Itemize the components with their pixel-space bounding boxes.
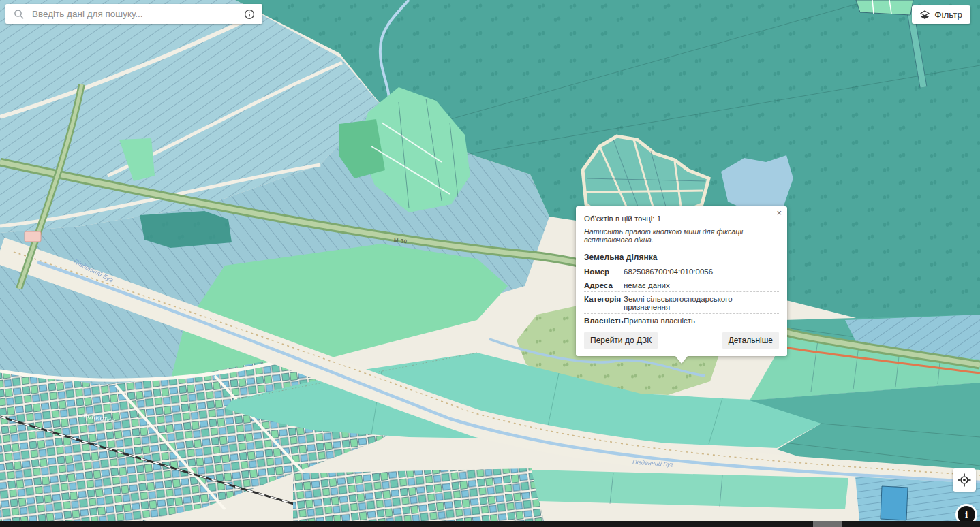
popup-section-title: Земельна ділянка <box>584 253 779 262</box>
popup-row-category: Категорія Землі сільськогосподарського п… <box>584 292 779 314</box>
dark-grove <box>140 211 232 248</box>
popup-row-ownership-value: Приватна власність <box>624 317 779 325</box>
popup-row-address-value: немає даних <box>624 281 779 289</box>
parcel-popup: × Об'єктів в цій точці: 1 Натисніть прав… <box>576 206 787 356</box>
search-info-button[interactable] <box>236 4 262 24</box>
filter-button-label: Фільтр <box>934 10 962 20</box>
popup-row-number-label: Номер <box>584 268 624 276</box>
popup-close-button[interactable]: × <box>776 208 782 217</box>
info-icon <box>244 9 255 20</box>
search-input[interactable] <box>25 9 236 19</box>
popup-hint: Натисніть правою кнопкою миші для фіксац… <box>584 227 779 244</box>
popup-objects-count: Об'єктів в цій точці: 1 <box>584 214 779 223</box>
popup-row-address-label: Адреса <box>584 281 624 289</box>
goto-dzk-button[interactable]: Перейти до ДЗК <box>584 332 658 349</box>
popup-row-ownership-label: Власність <box>584 317 624 325</box>
map-canvas[interactable]: М 30 Копистин Південний Буг Південний Бу… <box>0 0 980 527</box>
popup-actions: Перейти до ДЗК Детальніше <box>584 332 779 349</box>
bottom-bar <box>0 521 980 527</box>
details-button[interactable]: Детальніше <box>722 332 779 349</box>
popup-row-number-value: 6825086700:04:010:0056 <box>624 268 779 276</box>
layers-icon <box>920 10 930 20</box>
popup-row-address: Адреса немає даних <box>584 278 779 292</box>
crosshair-icon <box>958 473 971 487</box>
popup-arrow <box>675 356 688 364</box>
popup-row-category-value: Землі сільськогосподарського призначення <box>624 295 779 311</box>
popup-row-category-label: Категорія <box>584 295 624 303</box>
geolocate-button[interactable] <box>953 468 976 492</box>
popup-row-number: Номер 6825086700:04:010:0056 <box>584 265 779 278</box>
bottom-bar-thumb[interactable] <box>813 521 842 527</box>
popup-row-ownership: Власність Приватна власність <box>584 314 779 327</box>
filter-button[interactable]: Фільтр <box>912 5 970 24</box>
search-icon <box>14 9 25 20</box>
search-bar[interactable] <box>5 4 262 24</box>
